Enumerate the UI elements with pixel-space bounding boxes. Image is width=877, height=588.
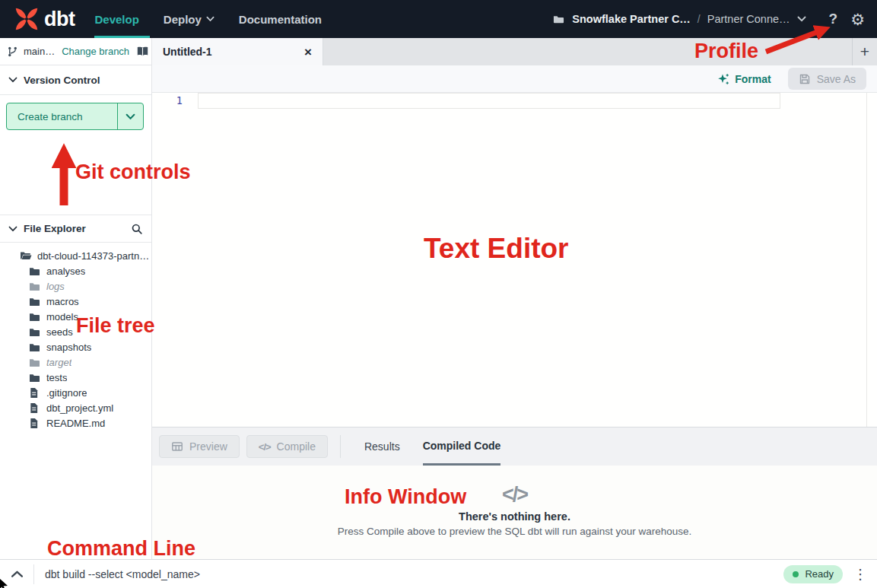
format-label: Format [735, 73, 771, 85]
folder-icon [29, 312, 41, 322]
search-icon[interactable] [131, 223, 143, 235]
gear-icon[interactable]: ⚙ [850, 11, 865, 27]
code-icon: </> [259, 441, 271, 453]
tree-item-logs[interactable]: logs [0, 278, 151, 294]
chevron-down-icon[interactable] [797, 16, 806, 22]
file-icon [29, 418, 41, 429]
editor-tab-bar: Untitled-1 × + [152, 38, 877, 65]
dbt-logo-text: dbt [44, 8, 75, 31]
create-branch-dropdown[interactable] [117, 103, 143, 129]
expand-command-bar-button[interactable] [0, 560, 33, 588]
toolbar-divider [340, 435, 341, 458]
main-column: Format Save As 1 [152, 65, 877, 559]
info-window-toolbar: Preview </> Compile Results Compiled Cod… [152, 427, 877, 466]
kebab-menu-icon[interactable]: ⋮ [853, 567, 867, 581]
current-branch-label: main… [24, 46, 55, 57]
file-tree: dbt-cloud-114373-partn… analyses logs ma… [0, 248, 151, 431]
chevron-down-icon [126, 113, 135, 120]
tree-item-readme[interactable]: README.md [0, 415, 151, 431]
tab-compiled-code[interactable]: Compiled Code [423, 427, 501, 466]
folder-icon [29, 342, 41, 352]
ready-label: Ready [805, 568, 834, 580]
chevron-down-icon [8, 226, 17, 232]
format-sparkle-icon [717, 73, 729, 85]
empty-state-subtitle: Press Compile above to preview the SQL d… [338, 526, 692, 537]
tab-results[interactable]: Results [364, 427, 400, 466]
empty-state-title: There's nothing here. [459, 510, 570, 523]
line-number: 1 [152, 94, 183, 106]
new-tab-button[interactable]: + [852, 38, 877, 65]
tree-item-analyses[interactable]: analyses [0, 263, 151, 278]
tree-item-gitignore[interactable]: .gitignore [0, 385, 151, 400]
file-icon [29, 387, 41, 399]
nav-item-develop[interactable]: Develop [94, 13, 138, 26]
text-editor[interactable]: 1 [152, 93, 877, 427]
preview-button[interactable]: Preview [159, 435, 240, 458]
command-line-bar: dbt build --select <model_name> Ready ⋮ [0, 559, 877, 588]
info-window-empty-state: </> There's nothing here. Press Compile … [152, 466, 877, 559]
folder-open-icon [20, 250, 32, 261]
chevron-down-icon [8, 77, 17, 83]
folder-icon [552, 14, 565, 25]
chevron-up-icon [11, 570, 24, 578]
git-branch-icon [7, 46, 18, 58]
tree-item-macros[interactable]: macros [0, 294, 151, 309]
ready-dot-icon [793, 571, 799, 577]
nav-item-deploy[interactable]: Deploy [164, 13, 214, 26]
project-name[interactable]: Partner Conne… [707, 13, 790, 25]
left-sidebar: Version Control Create branch File Explo… [0, 65, 152, 559]
create-branch-button[interactable]: Create branch [6, 103, 144, 130]
compile-label: Compile [277, 440, 316, 453]
command-input[interactable]: dbt build --select <model_name> [45, 568, 200, 580]
dbt-logo[interactable]: dbt [12, 5, 75, 33]
tree-item-snapshots[interactable]: snapshots [0, 339, 151, 354]
info-window: Preview </> Compile Results Compiled Cod… [152, 427, 877, 559]
preview-label: Preview [189, 440, 227, 453]
compile-button[interactable]: </> Compile [246, 435, 328, 458]
change-branch-link[interactable]: Change branch [62, 46, 129, 57]
account-name[interactable]: Snowflake Partner C… [572, 13, 691, 25]
folder-icon [29, 327, 41, 337]
code-icon: </> [502, 483, 527, 507]
editor-active-line[interactable] [198, 93, 780, 109]
save-as-button[interactable]: Save As [788, 68, 866, 90]
branch-bar: main… Change branch [0, 38, 152, 65]
save-as-label: Save As [817, 73, 856, 85]
file-icon [29, 402, 41, 414]
folder-icon [29, 373, 41, 383]
table-icon [171, 440, 183, 453]
folder-icon [29, 358, 41, 367]
tree-item-tests[interactable]: tests [0, 370, 151, 385]
tree-item-seeds[interactable]: seeds [0, 324, 151, 339]
tree-item-dbt-project-yml[interactable]: dbt_project.yml [0, 400, 151, 415]
status-badge: Ready [783, 565, 843, 583]
tree-item-target[interactable]: target [0, 354, 151, 370]
folder-icon [29, 281, 41, 291]
tree-item-models[interactable]: models [0, 309, 151, 324]
create-branch-label[interactable]: Create branch [7, 103, 117, 129]
second-row: main… Change branch Untitled-1 × + [0, 38, 877, 65]
dbt-logo-icon [12, 5, 41, 33]
folder-icon [29, 297, 41, 307]
file-explorer-title: File Explorer [24, 223, 86, 234]
nav-item-documentation[interactable]: Documentation [239, 13, 322, 26]
tab-untitled-1[interactable]: Untitled-1 × [152, 38, 323, 65]
version-control-header[interactable]: Version Control [0, 65, 151, 95]
docs-book-icon[interactable] [136, 46, 149, 57]
tab-title: Untitled-1 [163, 46, 212, 58]
main-nav: Develop Deploy Documentation [94, 0, 346, 38]
chevron-down-icon [206, 16, 214, 22]
folder-icon [29, 266, 41, 276]
save-floppy-icon [799, 73, 811, 85]
format-button[interactable]: Format [717, 73, 771, 85]
version-control-title: Version Control [24, 75, 100, 86]
navbar-right: Snowflake Partner C… / Partner Conne… ? … [552, 11, 865, 27]
breadcrumb-separator: / [697, 13, 701, 25]
close-tab-icon[interactable]: × [304, 46, 312, 59]
help-icon[interactable]: ? [829, 11, 838, 27]
editor-toolbar: Format Save As [152, 65, 877, 93]
tree-item-project-root[interactable]: dbt-cloud-114373-partn… [0, 248, 151, 263]
file-explorer-header[interactable]: File Explorer [0, 215, 151, 243]
top-navbar: dbt Develop Deploy Documentation Snowfla… [0, 0, 877, 38]
editor-scroll-gutter [866, 93, 867, 427]
